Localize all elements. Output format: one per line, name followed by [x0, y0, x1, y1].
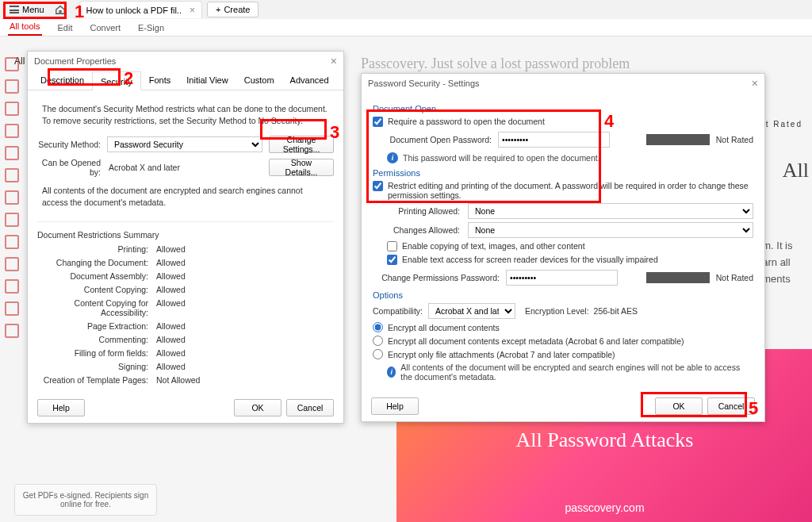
- restriction-row: Document Assembly:Allowed: [37, 271, 334, 281]
- menu-button[interactable]: Menu: [3, 3, 51, 16]
- restriction-row: Printing:Allowed: [37, 244, 334, 254]
- encrypt-meta-label: Encrypt all document contents except met…: [388, 336, 684, 346]
- restriction-label: Content Copying for Accessibility:: [37, 298, 148, 317]
- restriction-label: Changing the Document:: [37, 258, 148, 267]
- home-button[interactable]: [51, 0, 70, 19]
- tool-icon[interactable]: [5, 324, 19, 338]
- restriction-value: Allowed: [156, 335, 186, 344]
- strength-label: Not Rated: [716, 135, 753, 144]
- tool-icon[interactable]: [5, 213, 19, 227]
- banner-title: All Password Attacks: [396, 428, 812, 452]
- restriction-label: Commenting:: [37, 335, 148, 344]
- printing-allowed-select[interactable]: None: [468, 203, 753, 219]
- open-password-input[interactable]: [498, 132, 610, 148]
- close-icon[interactable]: ×: [331, 55, 337, 67]
- plus-icon: +: [216, 5, 220, 14]
- tb-esign[interactable]: E-Sign: [136, 20, 166, 36]
- restriction-value: Allowed: [156, 362, 186, 371]
- encrypt-attachments-radio[interactable]: [373, 349, 383, 359]
- annotation-num: 3: [330, 122, 339, 143]
- document-tab[interactable]: How to unlock a PDF fil.. ×: [79, 1, 202, 18]
- tool-icon[interactable]: [5, 79, 19, 94]
- tool-icon[interactable]: [5, 190, 19, 205]
- permissions-heading: Permissions: [373, 168, 753, 178]
- restriction-label: Printing:: [37, 244, 148, 254]
- enc-level-value: 256-bit AES: [594, 306, 638, 316]
- tb-all-tools[interactable]: All tools: [8, 18, 42, 36]
- change-password-input[interactable]: [506, 270, 618, 286]
- tab-initial-view[interactable]: Initial View: [178, 71, 236, 90]
- show-details-button[interactable]: Show Details...: [269, 159, 334, 176]
- info-icon: i: [387, 367, 396, 378]
- restriction-value: Allowed: [156, 285, 186, 294]
- enable-copy-checkbox[interactable]: [387, 241, 397, 251]
- page-headline: Passcovery. Just solve a lost password p…: [361, 56, 630, 72]
- restrict-editing-checkbox[interactable]: [373, 181, 383, 191]
- require-open-password-checkbox[interactable]: [373, 117, 383, 127]
- encrypt-except-meta-radio[interactable]: [373, 336, 383, 346]
- ok-button[interactable]: OK: [234, 399, 282, 416]
- tb-edit[interactable]: Edit: [56, 20, 75, 36]
- help-button[interactable]: Help: [37, 399, 85, 416]
- create-button[interactable]: + Create: [207, 2, 259, 17]
- help-button[interactable]: Help: [371, 397, 419, 415]
- ok-button[interactable]: OK: [655, 397, 703, 415]
- change-password-label: Change Permissions Password:: [373, 273, 500, 282]
- tab-security[interactable]: Security: [92, 71, 141, 90]
- encryption-note: All contents of the document are encrypt…: [37, 182, 334, 213]
- require-open-label: Require a password to open the document: [388, 117, 545, 126]
- tb-convert[interactable]: Convert: [89, 20, 123, 36]
- tab-custom[interactable]: Custom: [236, 71, 282, 90]
- restriction-value: Allowed: [156, 258, 186, 267]
- close-icon[interactable]: ×: [190, 5, 195, 16]
- annotation-num: 5: [749, 398, 758, 419]
- menu-label: Menu: [22, 5, 44, 14]
- compat-select[interactable]: Acrobat X and later: [428, 303, 515, 319]
- annotation-num: 2: [124, 68, 133, 89]
- tool-icon[interactable]: [5, 301, 19, 316]
- open-password-label: Document Open Password:: [373, 135, 492, 144]
- cancel-button[interactable]: Cancel: [286, 399, 334, 416]
- screen-reader-label: Enable text access for screen reader dev…: [402, 255, 658, 264]
- restriction-value: Allowed: [156, 298, 186, 317]
- cancel-button[interactable]: Cancel: [707, 397, 755, 415]
- change-settings-button[interactable]: Change Settings...: [269, 136, 334, 153]
- restriction-value: Not Allowed: [156, 375, 200, 385]
- tab-description[interactable]: Description: [33, 71, 92, 90]
- strength-meter: [646, 134, 710, 145]
- document-properties-dialog: Document Properties × Description Securi…: [27, 51, 344, 424]
- options-heading: Options: [373, 290, 753, 300]
- tool-icon[interactable]: [5, 279, 19, 294]
- restriction-label: Filling of form fields:: [37, 348, 148, 358]
- restriction-label: Page Extraction:: [37, 321, 148, 331]
- dialog-title: Password Security - Settings: [368, 79, 480, 88]
- restriction-row: Content Copying:Allowed: [37, 285, 334, 294]
- tool-icon[interactable]: [5, 257, 19, 271]
- method-label: Security Method:: [37, 140, 101, 149]
- restriction-value: Allowed: [156, 348, 186, 358]
- restriction-row: Filling of form fields:Allowed: [37, 348, 334, 358]
- tool-icon[interactable]: [5, 102, 19, 116]
- strength-meter: [646, 272, 710, 283]
- tool-icon[interactable]: [5, 146, 19, 160]
- tool-icon[interactable]: [5, 57, 19, 71]
- restriction-row: Signing:Allowed: [37, 362, 334, 371]
- security-note: The document's Security Method restricts…: [37, 98, 334, 131]
- encryption-info-text: All contents of the document will be enc…: [400, 363, 753, 382]
- tool-icon[interactable]: [5, 168, 19, 182]
- changes-allowed-select[interactable]: None: [468, 222, 753, 238]
- restriction-label: Creation of Template Pages:: [37, 375, 148, 385]
- open-info-text: This password will be required to open t…: [403, 153, 600, 163]
- home-icon: [55, 4, 66, 15]
- close-icon[interactable]: ×: [752, 77, 758, 90]
- tool-icon[interactable]: [5, 124, 19, 138]
- tab-fonts[interactable]: Fonts: [141, 71, 179, 90]
- encrypt-all-radio[interactable]: [373, 322, 383, 332]
- screen-reader-checkbox[interactable]: [387, 255, 397, 265]
- tool-icon[interactable]: [5, 235, 19, 249]
- dialog-tabs: Description Security Fonts Initial View …: [28, 71, 343, 90]
- changes-allowed-label: Changes Allowed:: [373, 225, 460, 235]
- security-method-select[interactable]: Password Security: [107, 136, 262, 152]
- tab-advanced[interactable]: Advanced: [282, 71, 337, 90]
- restriction-row: Commenting:Allowed: [37, 335, 334, 344]
